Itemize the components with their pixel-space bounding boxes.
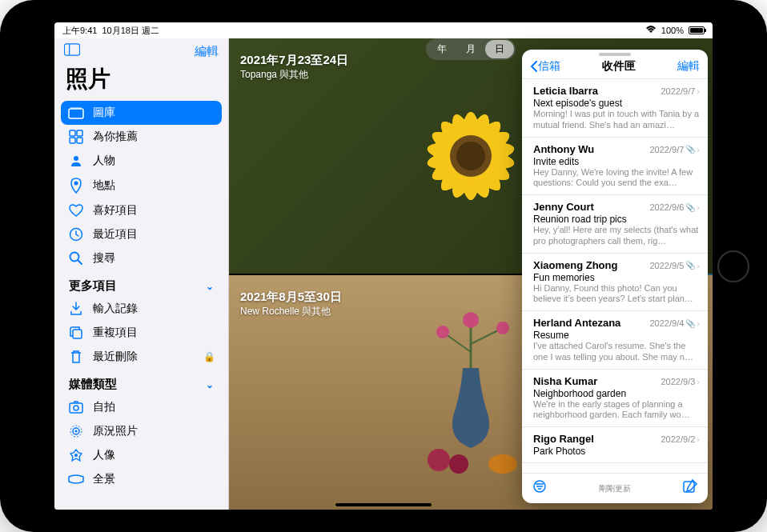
svg-point-47 — [449, 454, 468, 474]
battery-icon — [689, 26, 705, 34]
view-switcher[interactable]: 年月日 — [426, 38, 516, 60]
pano-icon — [67, 474, 85, 484]
sidebar-item-library[interactable]: 圖庫 — [61, 101, 222, 125]
mail-back-button[interactable]: 信箱 — [530, 59, 560, 74]
mail-sender: Anthony Wu — [533, 143, 594, 155]
group-subtitle: Topanga 與其他 — [240, 68, 348, 82]
sidebar-item-search[interactable]: 搜尋 — [61, 246, 222, 270]
mail-preview: Hey, y'all! Here are my selects (that's … — [533, 225, 700, 247]
view-seg-日[interactable]: 日 — [485, 40, 514, 58]
section-title: 媒體類型 — [69, 377, 117, 392]
chevron-right-icon: › — [697, 202, 700, 212]
selfie-icon — [67, 401, 85, 414]
photos-sidebar: 編輯 照片 圖庫為你推薦人物地點喜好項目最近項目搜尋更多項目⌄輸入記錄重複項目最… — [54, 38, 229, 510]
mail-list: Leticia Ibarra 2022/9/7 › Next episode's… — [522, 79, 708, 473]
mail-subject: Fun memories — [533, 272, 700, 283]
sidebar-item-trash[interactable]: 最近刪除🔒 — [61, 345, 222, 369]
mail-subject: Next episode's guest — [533, 98, 700, 109]
chevron-right-icon: › — [697, 434, 700, 444]
sidebar-item-import[interactable]: 輸入記錄 — [61, 297, 222, 321]
svg-rect-13 — [73, 330, 82, 338]
sidebar-item-label: 最近項目 — [93, 227, 138, 242]
mail-date: 2022/9/7 📎 › — [650, 145, 701, 154]
sidebar-section-header[interactable]: 媒體類型⌄ — [61, 369, 222, 395]
sidebar-item-live[interactable]: 原況照片 — [61, 419, 222, 443]
mail-item[interactable]: Nisha Kumar 2022/9/3 › Neighborhood gard… — [522, 370, 708, 428]
sidebar-edit-button[interactable]: 編輯 — [195, 44, 219, 59]
sidebar-item-label: 人像 — [93, 448, 115, 462]
attachment-icon: 📎 — [685, 145, 695, 154]
mail-item[interactable]: Xiaomeng Zhong 2022/9/5 📎 › Fun memories… — [522, 254, 708, 312]
portrait-icon — [67, 448, 85, 462]
sidebar-item-foryou[interactable]: 為你推薦 — [61, 125, 222, 149]
sidebar-item-portrait[interactable]: 人像 — [61, 443, 222, 467]
svg-point-8 — [74, 156, 78, 161]
mail-item[interactable]: Anthony Wu 2022/9/7 📎 › Invite edits Hey… — [522, 138, 708, 196]
places-icon — [67, 178, 85, 194]
sidebar-item-label: 圖庫 — [93, 106, 115, 120]
mail-item[interactable]: Rigo Rangel 2022/9/2 › Park Photos — [522, 427, 708, 463]
mail-edit-button[interactable]: 編輯 — [677, 59, 700, 74]
slideover-grabber[interactable] — [599, 53, 631, 56]
svg-rect-14 — [70, 403, 82, 413]
chevron-right-icon: › — [697, 261, 700, 270]
mail-date: 2022/9/6 📎 › — [650, 202, 701, 212]
foryou-icon — [67, 130, 85, 144]
sidebar-item-heart[interactable]: 喜好項目 — [61, 198, 222, 222]
mail-slideover: 信箱 收件匣 編輯 Leticia Ibarra 2022/9/7 › Next… — [522, 50, 708, 503]
sidebar-item-selfie[interactable]: 自拍 — [61, 395, 222, 419]
sidebar-item-label: 人物 — [93, 154, 115, 168]
sidebar-item-label: 全景 — [93, 472, 115, 486]
sidebar-toggle-icon[interactable] — [64, 43, 80, 59]
mail-item[interactable]: Leticia Ibarra 2022/9/7 › Next episode's… — [522, 79, 708, 138]
status-time: 上午9:41 — [62, 25, 97, 37]
svg-point-18 — [75, 430, 78, 433]
mail-subject: Invite edits — [533, 156, 700, 167]
mail-sender: Xiaomeng Zhong — [533, 259, 617, 271]
sidebar-title: 照片 — [54, 61, 228, 101]
chevron-down-icon: ⌄ — [206, 379, 214, 390]
mail-item[interactable]: Herland Antezana 2022/9/4 📎 › Resume I'v… — [522, 311, 708, 370]
mail-back-label: 信箱 — [538, 59, 560, 74]
group-title: 2021年8月5至30日 — [240, 290, 342, 305]
sidebar-item-people[interactable]: 人物 — [61, 149, 222, 173]
sidebar-item-label: 搜尋 — [93, 251, 115, 266]
svg-rect-6 — [70, 138, 75, 143]
chevron-right-icon: › — [697, 145, 700, 154]
svg-rect-2 — [69, 109, 83, 118]
chevron-down-icon: ⌄ — [206, 281, 214, 292]
sidebar-item-pano[interactable]: 全景 — [61, 467, 222, 491]
sidebar-item-label: 原況照片 — [93, 424, 138, 438]
battery-percent: 100% — [661, 26, 684, 35]
svg-rect-5 — [77, 130, 82, 136]
sidebar-item-label: 自拍 — [93, 400, 115, 414]
mail-title: 收件匣 — [602, 59, 636, 74]
mail-sender: Leticia Ibarra — [533, 85, 598, 97]
lock-icon: 🔒 — [203, 351, 215, 362]
mail-sender: Nisha Kumar — [533, 375, 597, 387]
view-seg-月[interactable]: 月 — [456, 40, 485, 58]
sidebar-item-duplicate[interactable]: 重複項目 — [61, 321, 222, 345]
chevron-right-icon: › — [697, 318, 700, 328]
sidebar-section-header[interactable]: 更多項目⌄ — [61, 270, 222, 297]
library-icon — [67, 106, 85, 119]
mail-item[interactable]: Jenny Court 2022/9/6 📎 › Reunion road tr… — [522, 195, 708, 254]
view-seg-年[interactable]: 年 — [428, 40, 456, 58]
chevron-right-icon: › — [697, 86, 700, 96]
svg-point-48 — [488, 454, 517, 474]
home-indicator[interactable] — [335, 503, 432, 506]
status-bar: 上午9:41 10月18日 週二 100% — [54, 22, 713, 38]
home-button[interactable] — [717, 250, 749, 282]
svg-point-45 — [436, 326, 449, 338]
mail-sender: Jenny Court — [533, 201, 594, 213]
attachment-icon: 📎 — [685, 261, 695, 270]
compose-button[interactable] — [682, 478, 698, 498]
sidebar-item-clock[interactable]: 最近項目 — [61, 222, 222, 246]
filter-button[interactable] — [532, 480, 548, 497]
ipad-frame: 上午9:41 10月18日 週二 100% 編輯 照片 — [0, 0, 767, 532]
sidebar-item-places[interactable]: 地點 — [61, 173, 222, 198]
screen: 上午9:41 10月18日 週二 100% 編輯 照片 — [54, 22, 713, 510]
mail-date: 2022/9/3 › — [661, 377, 701, 386]
attachment-icon: 📎 — [685, 319, 695, 328]
svg-rect-0 — [64, 44, 79, 55]
